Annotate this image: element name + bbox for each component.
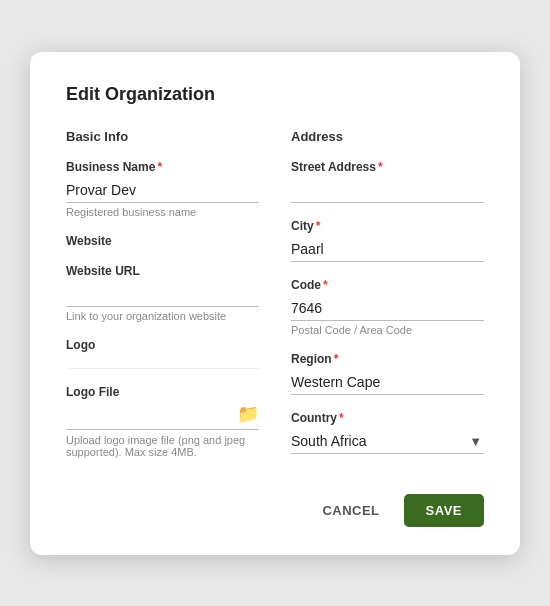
country-field: Country* South Africa United States Unit… — [291, 411, 484, 454]
logo-file-row: 📁 — [66, 403, 259, 430]
code-hint: Postal Code / Area Code — [291, 324, 484, 336]
country-select-wrapper: South Africa United States United Kingdo… — [291, 429, 484, 454]
country-select[interactable]: South Africa United States United Kingdo… — [291, 429, 484, 454]
city-field: City* — [291, 219, 484, 262]
cancel-button[interactable]: CANCEL — [310, 495, 391, 526]
region-input[interactable] — [291, 370, 484, 395]
country-label: Country* — [291, 411, 484, 425]
dialog-title: Edit Organization — [66, 84, 484, 105]
business-name-field: Business Name* Registered business name — [66, 160, 259, 218]
code-input[interactable] — [291, 296, 484, 321]
code-field: Code* Postal Code / Area Code — [291, 278, 484, 336]
website-url-label: Website URL — [66, 264, 259, 278]
dialog-actions: CANCEL SAVE — [66, 494, 484, 527]
website-url-input[interactable] — [66, 282, 259, 307]
street-address-label: Street Address* — [291, 160, 484, 174]
logo-label: Logo — [66, 338, 259, 352]
logo-file-label: Logo File — [66, 385, 259, 399]
website-field: Website — [66, 234, 259, 248]
logo-divider — [66, 368, 259, 369]
address-column: Address Street Address* City* Code* Post… — [291, 129, 484, 474]
region-label: Region* — [291, 352, 484, 366]
form-row: Basic Info Business Name* Registered bus… — [66, 129, 484, 474]
save-button[interactable]: SAVE — [404, 494, 484, 527]
code-label: Code* — [291, 278, 484, 292]
website-url-field: Website URL Link to your organization we… — [66, 264, 259, 322]
city-label: City* — [291, 219, 484, 233]
street-address-field: Street Address* — [291, 160, 484, 203]
website-label: Website — [66, 234, 259, 248]
edit-organization-dialog: Edit Organization Basic Info Business Na… — [30, 52, 520, 555]
address-section-label: Address — [291, 129, 484, 144]
logo-file-field: Logo File 📁 Upload logo image file (png … — [66, 385, 259, 458]
folder-icon[interactable]: 📁 — [237, 403, 259, 425]
city-input[interactable] — [291, 237, 484, 262]
website-url-hint: Link to your organization website — [66, 310, 259, 322]
business-name-hint: Registered business name — [66, 206, 259, 218]
basic-info-section-label: Basic Info — [66, 129, 259, 144]
logo-field: Logo — [66, 338, 259, 352]
logo-file-hint: Upload logo image file (png and jpeg sup… — [66, 434, 259, 458]
business-name-input[interactable] — [66, 178, 259, 203]
basic-info-column: Basic Info Business Name* Registered bus… — [66, 129, 259, 474]
street-address-input[interactable] — [291, 178, 484, 203]
business-name-label: Business Name* — [66, 160, 259, 174]
region-field: Region* — [291, 352, 484, 395]
